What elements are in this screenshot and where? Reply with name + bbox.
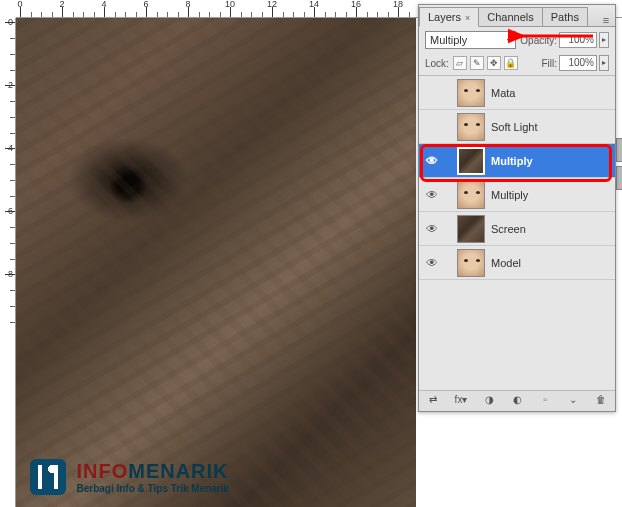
panel-footer-icon[interactable]: 🗑	[593, 394, 609, 408]
visibility-toggle-icon[interactable]	[425, 120, 439, 134]
lock-label: Lock:	[425, 58, 449, 69]
tab-label: Channels	[487, 11, 533, 23]
layer-row[interactable]: 👁Model	[419, 246, 615, 280]
layer-name: Screen	[491, 223, 609, 235]
layers-panel: Layers× Channels Paths ≡ Multiply ▾ Opac…	[418, 4, 616, 412]
document-canvas[interactable]: INFOMENARIK Berbagi Info & Tips Trik Men…	[16, 18, 416, 507]
layer-list: MataSoft Light👁Multiply👁Multiply👁Screen👁…	[419, 76, 615, 280]
fill-label: Fill:	[541, 58, 557, 69]
lock-option-icon[interactable]: ▱	[453, 56, 467, 70]
blend-mode-select[interactable]: Multiply ▾	[425, 31, 516, 49]
layer-thumbnail[interactable]	[457, 181, 485, 209]
layer-name: Multiply	[491, 155, 609, 167]
visibility-toggle-icon[interactable]: 👁	[425, 154, 439, 168]
tab-channels[interactable]: Channels	[478, 7, 542, 26]
panel-empty-area[interactable]	[419, 280, 615, 390]
layer-thumbnail[interactable]	[457, 249, 485, 277]
watermark: INFOMENARIK Berbagi Info & Tips Trik Men…	[30, 459, 229, 495]
layer-name: Multiply	[491, 189, 609, 201]
close-icon[interactable]: ×	[465, 13, 470, 23]
watermark-title-2: MENARIK	[128, 460, 228, 482]
layer-row[interactable]: 👁Multiply	[419, 178, 615, 212]
watermark-title-1: INFO	[76, 460, 128, 482]
layer-thumbnail[interactable]	[457, 215, 485, 243]
visibility-toggle-icon[interactable]: 👁	[425, 256, 439, 270]
panel-tabs: Layers× Channels Paths ≡	[419, 5, 615, 27]
visibility-toggle-icon[interactable]: 👁	[425, 222, 439, 236]
tab-layers[interactable]: Layers×	[419, 7, 479, 27]
blend-mode-value: Multiply	[430, 34, 467, 46]
panel-footer-icon[interactable]: ◐	[509, 394, 525, 408]
panel-footer: ⇄fx▾◑◐▫⌄🗑	[419, 390, 615, 411]
fill-stepper[interactable]: ▸	[599, 55, 609, 71]
layer-thumbnail[interactable]	[457, 79, 485, 107]
collapsed-panels	[616, 138, 622, 194]
tab-label: Paths	[551, 11, 579, 23]
annotation-arrow	[508, 26, 598, 46]
lock-option-icon[interactable]: ✥	[487, 56, 501, 70]
panel-footer-icon[interactable]: ⌄	[565, 394, 581, 408]
tab-paths[interactable]: Paths	[542, 7, 588, 26]
layer-row[interactable]: 👁Multiply	[419, 144, 615, 178]
layer-thumbnail[interactable]	[457, 147, 485, 175]
panel-footer-icon[interactable]: fx▾	[453, 394, 469, 408]
ruler-vertical: 02468	[0, 18, 16, 507]
lock-option-icon[interactable]: 🔒	[504, 56, 518, 70]
lock-option-icon[interactable]: ✎	[470, 56, 484, 70]
visibility-toggle-icon[interactable]: 👁	[425, 188, 439, 202]
collapsed-panel-tab[interactable]	[616, 166, 622, 190]
panel-footer-icon[interactable]: ◑	[481, 394, 497, 408]
layer-row[interactable]: 👁Screen	[419, 212, 615, 246]
layer-name: Model	[491, 257, 609, 269]
watermark-logo-icon	[30, 459, 66, 495]
opacity-stepper[interactable]: ▸	[599, 32, 609, 48]
layer-name: Soft Light	[491, 121, 609, 133]
layer-thumbnail[interactable]	[457, 113, 485, 141]
layer-row[interactable]: Soft Light	[419, 110, 615, 144]
layer-row[interactable]: Mata	[419, 76, 615, 110]
layer-name: Mata	[491, 87, 609, 99]
fill-input[interactable]: 100%	[559, 55, 597, 71]
collapsed-panel-tab[interactable]	[616, 138, 622, 162]
watermark-subtitle: Berbagi Info & Tips Trik Menarik	[76, 483, 229, 494]
panel-menu-icon[interactable]: ≡	[597, 14, 615, 26]
visibility-toggle-icon[interactable]	[425, 86, 439, 100]
panel-footer-icon[interactable]: ▫	[537, 394, 553, 408]
panel-footer-icon[interactable]: ⇄	[425, 394, 441, 408]
tab-label: Layers	[428, 11, 461, 23]
